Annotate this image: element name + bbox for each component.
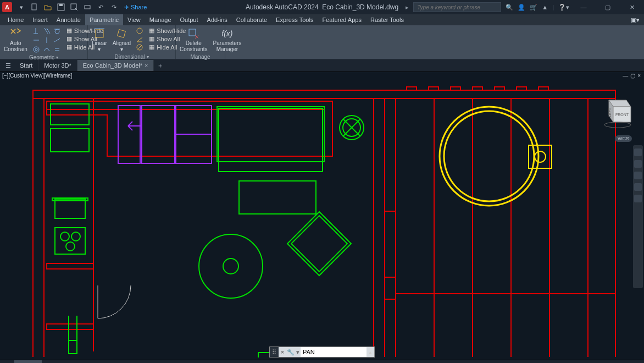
cmd-drag-handle-icon[interactable]: ⠿ <box>270 347 279 357</box>
wcs-badge[interactable]: WCS <box>615 135 632 142</box>
svg-point-6 <box>34 47 39 52</box>
tab-layout1[interactable]: Layout1 <box>42 360 74 363</box>
tab-layout2[interactable]: Layout2 <box>74 360 107 363</box>
nav-showmotion-icon[interactable] <box>634 195 642 202</box>
new-tab-button[interactable]: ＋ <box>154 62 166 70</box>
cmd-customize-icon[interactable]: 🔧 <box>286 349 295 356</box>
gc-concentric-icon[interactable] <box>31 45 41 54</box>
layout-menu-icon[interactable]: ☰ <box>2 360 14 363</box>
viewport-controls[interactable]: [−][Custom View][Wireframe] <box>2 73 72 79</box>
delete-constraints-button[interactable]: Delete Constraints <box>178 26 209 53</box>
menu-output[interactable]: Output <box>176 14 203 25</box>
gc-perpendicular-icon[interactable] <box>31 26 41 35</box>
window-title: Autodesk AutoCAD 2024 Eco Cabin_3D Model… <box>246 3 398 11</box>
nav-orbit-icon[interactable] <box>634 183 642 191</box>
parameters-manager-button[interactable]: f(x) Parameters Manager <box>212 26 243 53</box>
ribbon: Auto Constrain ▦Show/Hide ▦Show All ▦Hid… <box>0 25 644 59</box>
close-tab-icon[interactable]: × <box>145 62 148 69</box>
showhide-icon: ▦ <box>66 28 73 34</box>
menu-featured[interactable]: Featured Apps <box>318 14 366 25</box>
gc-tangent-icon[interactable] <box>52 26 62 35</box>
gc-collinear-icon[interactable] <box>52 36 62 45</box>
menu-addins[interactable]: Add-ins <box>203 14 232 25</box>
nav-pan-icon[interactable] <box>634 160 642 168</box>
menu-parametric[interactable]: Parametric <box>85 14 123 25</box>
gc-smooth-icon[interactable] <box>42 45 52 54</box>
filetab-ecocabin[interactable]: Eco Cabin_3D Model*× <box>77 60 154 71</box>
menu-manage[interactable]: Manage <box>145 14 176 25</box>
signin-icon[interactable]: 👤 <box>518 4 525 11</box>
linear-dim-icon <box>93 28 106 40</box>
view-cube[interactable]: LEFT FRONT <box>599 95 632 128</box>
aligned-dim-button[interactable]: Aligned ▾ <box>111 26 132 53</box>
menu-express[interactable]: Express Tools <box>271 14 318 25</box>
close-button[interactable]: ✕ <box>622 0 642 14</box>
aligned-dim-icon <box>115 28 128 40</box>
help-icon[interactable]: ❔▾ <box>558 4 569 11</box>
gc-vertical-icon[interactable] <box>42 36 52 45</box>
vp-minimize-icon[interactable]: — <box>623 73 628 79</box>
auto-constrain-button[interactable]: Auto Constrain <box>2 26 29 53</box>
redo-icon[interactable]: ↷ <box>108 2 120 13</box>
svg-rect-14 <box>47 263 93 269</box>
undo-icon[interactable]: ↶ <box>95 2 107 13</box>
nav-wheel-icon[interactable] <box>634 148 642 156</box>
maximize-button[interactable]: ▢ <box>598 0 618 14</box>
svg-rect-9 <box>118 30 126 38</box>
menu-overflow-icon[interactable]: ▣▾ <box>626 14 644 25</box>
ribbon-panel-geometric: Auto Constrain ▦Show/Hide ▦Show All ▦Hid… <box>0 25 88 59</box>
filetab-motor3d[interactable]: Motor 3D* <box>38 60 77 71</box>
menu-raster[interactable]: Raster Tools <box>366 14 408 25</box>
svg-rect-15 <box>47 324 93 329</box>
search-input[interactable] <box>413 2 501 12</box>
dim-radial-icon[interactable] <box>135 26 145 35</box>
nav-zoom-icon[interactable] <box>634 172 642 179</box>
qat-menu-icon[interactable]: ▾ <box>15 2 27 13</box>
gc-parallel-icon[interactable] <box>42 26 52 35</box>
svg-point-40 <box>535 151 546 162</box>
auto-constrain-icon <box>9 28 22 40</box>
share-button[interactable]: ✈Share <box>124 4 147 11</box>
drawing-canvas[interactable]: LEFT FRONT WCS ⠿ × 🔧 ▾ ▴ <box>0 79 644 360</box>
gc-horizontal-icon[interactable] <box>31 36 41 45</box>
filetab-start[interactable]: Start <box>14 60 38 71</box>
minimize-button[interactable]: — <box>574 0 593 14</box>
navigation-bar <box>633 145 643 288</box>
menu-home[interactable]: Home <box>3 14 28 25</box>
command-input[interactable] <box>301 347 367 357</box>
plot-icon[interactable] <box>81 2 93 13</box>
svg-point-25 <box>199 234 263 298</box>
linear-dim-button[interactable]: Linear ▾ <box>90 26 109 53</box>
svg-point-5 <box>55 29 59 34</box>
ribbon-panel-manage: Delete Constraints f(x) Parameters Manag… <box>176 25 225 59</box>
svg-point-31 <box>71 232 80 241</box>
exchange-icon[interactable]: 🛒 <box>530 4 537 11</box>
cmd-history-icon[interactable]: ▴ <box>367 349 374 356</box>
menu-view[interactable]: View <box>123 14 145 25</box>
saveas-icon[interactable] <box>68 2 80 13</box>
dim-diameter-icon[interactable] <box>135 43 145 51</box>
svg-rect-12 <box>189 29 196 36</box>
app-logo[interactable]: A <box>2 2 12 12</box>
vp-close-icon[interactable]: × <box>637 73 641 79</box>
autodesk-app-icon[interactable]: ▲ <box>542 4 548 10</box>
app-menu-icon[interactable]: ☰ <box>2 59 14 72</box>
drawing-svg <box>0 79 644 360</box>
svg-rect-34 <box>118 106 140 163</box>
menu-insert[interactable]: Insert <box>28 14 52 25</box>
showall-icon: ▦ <box>66 36 73 42</box>
menu-annotate[interactable]: Annotate <box>52 14 85 25</box>
menu-collaborate[interactable]: Collaborate <box>232 14 271 25</box>
save-icon[interactable] <box>55 2 67 13</box>
gc-equal-icon[interactable] <box>52 45 62 54</box>
open-icon[interactable] <box>42 2 54 13</box>
app-name: Autodesk AutoCAD 2024 <box>246 3 319 11</box>
tab-model[interactable]: Model <box>14 360 42 363</box>
svg-rect-0 <box>32 4 36 10</box>
vp-restore-icon[interactable]: ▢ <box>630 73 635 79</box>
dim-angular-icon[interactable] <box>135 35 145 43</box>
cmd-close-icon[interactable]: × <box>279 349 286 355</box>
new-icon[interactable] <box>29 2 41 13</box>
search-icon[interactable]: 🔍 <box>506 4 513 11</box>
linear-label: Linear <box>92 40 107 46</box>
